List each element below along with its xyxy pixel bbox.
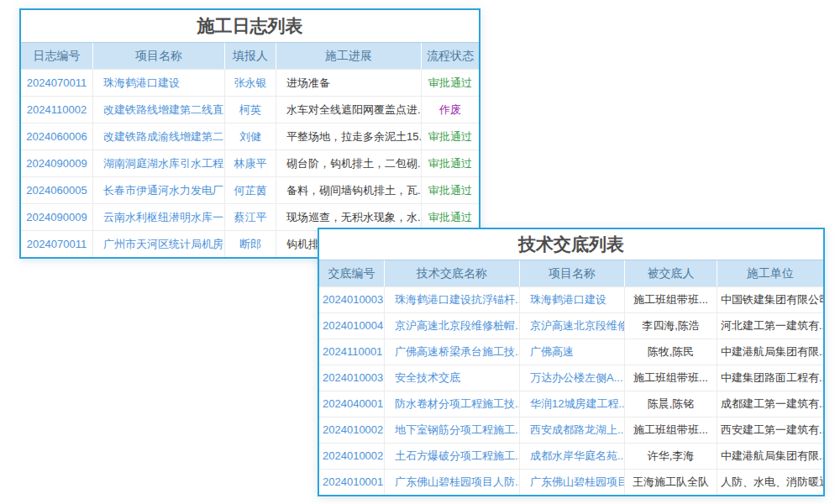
construction-unit-text: 中建港航局集团有限... [717, 339, 823, 365]
recipients-text: 陈晨,陈铭 [625, 391, 717, 417]
log-id-link[interactable]: 2024090009 [21, 150, 93, 176]
disclosure-id-link[interactable]: 2024010003 [319, 287, 385, 312]
disclosure-row: 2024110001广佛高速桥梁承台施工技...广佛高速陈牧,陈民中建港航局集团… [319, 339, 823, 365]
technical-disclosure-table: 技术交底列表 交底编号技术交底名称项目名称被交底人施工单位 2024010003… [318, 228, 825, 496]
project-name-link[interactable]: 长春市伊通河水力发电厂... [93, 177, 225, 203]
project-name-link[interactable]: 云南水利枢纽潜明水库一... [93, 204, 225, 230]
status-badge: 审批通过 [422, 204, 479, 230]
construction-unit-text: 河北建工第一建筑有... [717, 313, 823, 339]
column-header: 填报人 [225, 43, 276, 69]
column-header: 流程状态 [422, 43, 479, 69]
project-name-link[interactable]: 成都水岸华庭名苑... [520, 444, 625, 469]
disclosure-name-link[interactable]: 广佛高速桥梁承台施工技... [385, 339, 520, 365]
recipients-text: 许华,李海 [625, 444, 717, 469]
project-name-link[interactable]: 广佛高速 [520, 339, 625, 365]
disclosure-id-link[interactable]: 2024010002 [319, 417, 385, 443]
disclosure-row: 2024010003珠海鹤港口建设抗浮锚杆...珠海鹤港口建设施工班组带班...… [319, 286, 823, 312]
recipients-text: 李四海,陈浩 [625, 313, 717, 339]
status-badge: 作废 [422, 97, 479, 123]
log-row: 2024060006改建铁路成渝线增建第二...刘健平整场地，拉走多余泥土15.… [21, 123, 479, 150]
disclosure-id-link[interactable]: 2024040001 [319, 391, 385, 417]
log-row: 2024070011珠海鹤港口建设张永银进场准备审批通过 [21, 69, 479, 96]
progress-text: 平整场地，拉走多余泥土15... [276, 123, 422, 150]
disclosure-name-link[interactable]: 安全技术交底 [385, 365, 520, 391]
reporter-link[interactable]: 刘健 [225, 123, 276, 150]
reporter-link[interactable]: 张永银 [225, 70, 276, 96]
disclosure-id-link[interactable]: 2024010004 [319, 313, 385, 339]
reporter-link[interactable]: 何芷茵 [225, 177, 276, 203]
disclosure-id-link[interactable]: 2024010001 [319, 470, 385, 495]
status-badge: 审批通过 [422, 150, 479, 176]
reporter-link[interactable]: 断郎 [225, 231, 276, 257]
construction-log-title: 施工日志列表 [21, 10, 479, 43]
recipients-text: 施工班组带班... [625, 365, 717, 391]
disclosure-name-link[interactable]: 珠海鹤港口建设抗浮锚杆... [385, 287, 520, 312]
project-name-link[interactable]: 湖南洞庭湖水库引水工程... [93, 150, 225, 176]
reporter-link[interactable]: 林康平 [225, 150, 276, 176]
column-header: 被交底人 [625, 260, 717, 286]
log-id-link[interactable]: 2024090009 [21, 204, 93, 230]
status-badge: 审批通过 [422, 123, 479, 150]
disclosure-name-link[interactable]: 广东佛山碧桂园项目人防... [385, 470, 520, 495]
construction-unit-text: 人防、水电、消防暖通 [717, 470, 823, 495]
construction-unit-text: 中建港航局集团有限... [717, 444, 823, 469]
disclosure-id-link[interactable]: 2024010002 [319, 444, 385, 469]
status-badge: 审批通过 [422, 70, 479, 96]
construction-unit-text: 中国铁建集团有限公司 [717, 287, 823, 312]
construction-unit-text: 中建集团路面工程有... [717, 365, 823, 391]
recipients-text: 王海施工队全队 [625, 470, 717, 495]
column-header: 技术交底名称 [385, 260, 520, 286]
recipients-text: 陈牧,陈民 [625, 339, 717, 365]
column-header: 项目名称 [520, 260, 625, 286]
disclosure-row: 2024040001防水卷材分项工程施工技...华润12城房建工程...陈晨,陈… [319, 391, 823, 417]
progress-text: 现场巡查，无积水现象，水... [276, 204, 422, 230]
disclosure-name-link[interactable]: 京沪高速北京段维修桩帽... [385, 313, 520, 339]
construction-log-header-row: 日志编号项目名称填报人施工进展流程状态 [21, 43, 479, 69]
construction-unit-text: 西安建工第一建筑有... [717, 417, 823, 443]
status-badge: 审批通过 [422, 177, 479, 203]
progress-text: 备料，砌间墙钩机排土，瓦... [276, 177, 422, 203]
log-id-link[interactable]: 2024070011 [21, 231, 93, 257]
column-header: 日志编号 [21, 43, 93, 69]
project-name-link[interactable]: 珠海鹤港口建设 [93, 70, 225, 96]
log-id-link[interactable]: 2024070011 [21, 70, 93, 96]
reporter-link[interactable]: 蔡江平 [225, 204, 276, 230]
log-row: 2024090009云南水利枢纽潜明水库一...蔡江平现场巡查，无积水现象，水.… [21, 203, 479, 230]
progress-text: 砌台阶，钩机排土，二包砌... [276, 150, 422, 176]
disclosure-id-link[interactable]: 2024110001 [319, 339, 385, 365]
column-header: 项目名称 [93, 43, 225, 69]
log-id-link[interactable]: 2024060006 [21, 123, 93, 150]
disclosure-name-link[interactable]: 地下室钢筋分项工程施工... [385, 417, 520, 443]
column-header: 交底编号 [319, 260, 385, 286]
project-name-link[interactable]: 珠海鹤港口建设 [520, 287, 625, 312]
log-id-link[interactable]: 2024060005 [21, 177, 93, 203]
recipients-text: 施工班组带班... [625, 417, 717, 443]
disclosure-name-link[interactable]: 防水卷材分项工程施工技... [385, 391, 520, 417]
disclosure-row: 2024010002地下室钢筋分项工程施工...西安成都路龙湖上...施工班组带… [319, 417, 823, 443]
project-name-link[interactable]: 京沪高速北京段维修 [520, 313, 625, 339]
log-row: 2024110002改建铁路线增建第二线直...柯英水车对全线遮阳网覆盖点进..… [21, 96, 479, 123]
construction-unit-text: 成都建工第一建筑有... [717, 391, 823, 417]
technical-disclosure-title: 技术交底列表 [319, 229, 823, 260]
project-name-link[interactable]: 西安成都路龙湖上... [520, 417, 625, 443]
disclosure-row: 2024010002土石方爆破分项工程施工...成都水岸华庭名苑...许华,李海… [319, 443, 823, 469]
log-row: 2024090009湖南洞庭湖水库引水工程...林康平砌台阶，钩机排土，二包砌.… [21, 150, 479, 176]
column-header: 施工进展 [276, 43, 422, 69]
recipients-text: 施工班组带班... [625, 287, 717, 312]
log-id-link[interactable]: 2024110002 [21, 97, 93, 123]
project-name-link[interactable]: 改建铁路成渝线增建第二... [93, 123, 225, 150]
progress-text: 进场准备 [276, 70, 422, 96]
disclosure-name-link[interactable]: 土石方爆破分项工程施工... [385, 444, 520, 469]
disclosure-id-link[interactable]: 2024010003 [319, 365, 385, 391]
column-header: 施工单位 [717, 260, 823, 286]
project-name-link[interactable]: 华润12城房建工程... [520, 391, 625, 417]
project-name-link[interactable]: 万达办公楼左侧A... [520, 365, 625, 391]
project-name-link[interactable]: 广东佛山碧桂园项目 [520, 470, 625, 495]
technical-disclosure-header-row: 交底编号技术交底名称项目名称被交底人施工单位 [319, 260, 823, 286]
reporter-link[interactable]: 柯英 [225, 97, 276, 123]
project-name-link[interactable]: 改建铁路线增建第二线直... [93, 97, 225, 123]
log-row: 2024060005长春市伊通河水力发电厂...何芷茵备料，砌间墙钩机排土，瓦.… [21, 176, 479, 203]
technical-disclosure-body: 2024010003珠海鹤港口建设抗浮锚杆...珠海鹤港口建设施工班组带班...… [319, 286, 823, 495]
project-name-link[interactable]: 广州市天河区统计局机房... [93, 231, 225, 257]
disclosure-row: 2024010001广东佛山碧桂园项目人防...广东佛山碧桂园项目王海施工队全队… [319, 469, 823, 495]
